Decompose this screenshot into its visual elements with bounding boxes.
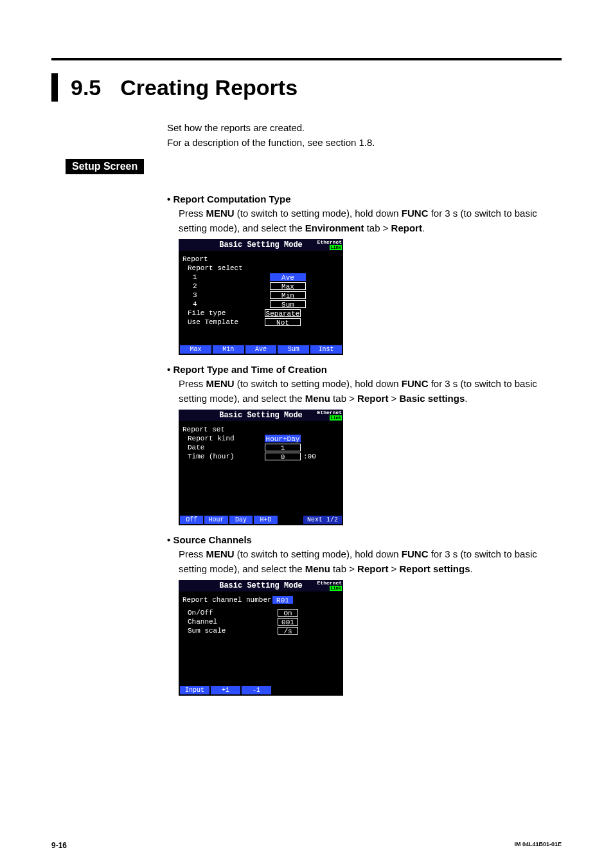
shot-title: Basic Setting Mode bbox=[219, 581, 303, 590]
spacer bbox=[272, 686, 342, 694]
t: (to switch to setting mode), hold down bbox=[235, 208, 402, 219]
t: Time (hour) bbox=[182, 453, 265, 460]
screenshot-1: Basic Setting Mode Ethernet Link Report … bbox=[179, 239, 343, 355]
item-2-instruction: Press MENU (to switch to setting mode), … bbox=[179, 377, 562, 406]
t: MENU bbox=[206, 208, 235, 219]
ethernet-indicator: Ethernet Link bbox=[317, 581, 342, 591]
field[interactable]: 001 bbox=[278, 618, 298, 626]
field[interactable]: 0 bbox=[265, 453, 301, 460]
field[interactable]: Min bbox=[270, 291, 306, 299]
shot1-footer: Max Min Ave Sum Inst bbox=[179, 344, 343, 355]
shot2-h1: Report set bbox=[182, 426, 260, 433]
t: 1 bbox=[182, 273, 270, 281]
t: MENU bbox=[206, 378, 235, 389]
t: 2 bbox=[182, 282, 270, 290]
field[interactable]: Separate bbox=[265, 309, 301, 317]
t: Link bbox=[330, 245, 342, 250]
shot1-h1: Report bbox=[182, 255, 260, 263]
t: Link bbox=[330, 586, 342, 591]
t: MENU bbox=[206, 548, 235, 559]
t: Report bbox=[357, 563, 388, 574]
screenshot-2: Basic Setting Mode Ethernet Link Report … bbox=[179, 410, 343, 525]
field[interactable]: /s bbox=[278, 627, 298, 635]
page: 9.5 Creating Reports Set how the reports… bbox=[0, 0, 613, 868]
item-1-instruction: Press MENU (to switch to setting mode), … bbox=[179, 206, 562, 235]
softkey[interactable]: Off bbox=[180, 516, 203, 524]
softkey[interactable]: Input bbox=[180, 686, 209, 694]
softkey[interactable]: Max bbox=[180, 345, 211, 354]
t: Menu bbox=[305, 393, 330, 404]
intro-line-1: Set how the reports are created. bbox=[167, 121, 562, 136]
doc-id: IM 04L41B01-01E bbox=[514, 841, 562, 850]
t: FUNC bbox=[402, 378, 429, 389]
t: Date bbox=[182, 444, 265, 451]
t: File type bbox=[182, 309, 265, 317]
t: Ethernet bbox=[317, 240, 342, 245]
shot-3-body: Report channel numberR01 On/OffOn Channe… bbox=[179, 592, 343, 674]
section-header: 9.5 Creating Reports bbox=[51, 73, 562, 102]
field[interactable]: On bbox=[278, 609, 298, 617]
t: Basic settings bbox=[400, 393, 465, 404]
softkey[interactable]: H+D bbox=[254, 516, 277, 524]
t: Environment bbox=[305, 222, 364, 233]
field[interactable]: Max bbox=[270, 282, 306, 290]
t: . bbox=[465, 393, 467, 404]
t: Link bbox=[330, 415, 342, 420]
t: Report bbox=[391, 222, 422, 233]
t: Report bbox=[357, 393, 388, 404]
softkey[interactable]: -1 bbox=[242, 686, 271, 694]
softkey[interactable]: +1 bbox=[211, 686, 240, 694]
field-selected[interactable]: R01 bbox=[272, 596, 293, 604]
shot-title: Basic Setting Mode bbox=[219, 240, 303, 249]
t: Menu bbox=[305, 563, 330, 574]
item-1-heading: Report Computation Type bbox=[167, 194, 562, 204]
item-2-heading: Report Type and Time of Creation bbox=[167, 364, 562, 375]
t: 4 bbox=[182, 300, 270, 308]
t: :00 bbox=[303, 453, 316, 460]
softkey[interactable]: Hour bbox=[204, 516, 227, 524]
page-footer: 9-16 IM 04L41B01-01E bbox=[51, 841, 562, 850]
t: Press bbox=[179, 548, 206, 559]
softkey[interactable]: Min bbox=[213, 345, 244, 354]
t: tab > bbox=[330, 563, 357, 574]
shot-1-titlebar: Basic Setting Mode Ethernet Link bbox=[179, 239, 343, 251]
item-1: Report Computation Type Press MENU (to s… bbox=[167, 194, 562, 696]
field-selected[interactable]: Hour+Day bbox=[265, 435, 301, 442]
item-3-instruction: Press MENU (to switch to setting mode), … bbox=[179, 547, 562, 576]
softkey[interactable]: Sum bbox=[278, 345, 309, 354]
section-title: Creating Reports bbox=[120, 73, 298, 102]
t: tab > bbox=[364, 222, 391, 233]
t: > bbox=[388, 393, 399, 404]
shot1-h2: Report select bbox=[182, 264, 265, 272]
t: Press bbox=[179, 378, 206, 389]
shot3-footer: Input +1 -1 bbox=[179, 685, 343, 696]
t: FUNC bbox=[402, 208, 429, 219]
t: . bbox=[470, 563, 473, 574]
t: (to switch to setting mode), hold down bbox=[235, 548, 402, 559]
shot-2-body: Report set Report kindHour+Day Date1 Tim… bbox=[179, 421, 343, 500]
shot2-footer: Off Hour Day H+D Next 1/2 bbox=[179, 514, 343, 525]
field-selected[interactable]: Ave bbox=[270, 273, 306, 281]
t: Press bbox=[179, 208, 206, 219]
t: (to switch to setting mode), hold down bbox=[235, 378, 402, 389]
top-rule bbox=[51, 58, 562, 60]
ethernet-indicator: Ethernet Link bbox=[317, 240, 342, 250]
softkey[interactable]: Day bbox=[229, 516, 253, 524]
field[interactable]: Not bbox=[265, 318, 301, 326]
softkey-next[interactable]: Next 1/2 bbox=[303, 516, 342, 524]
t: Ethernet bbox=[317, 410, 342, 415]
softkey[interactable]: Inst bbox=[310, 345, 342, 354]
t: 3 bbox=[182, 291, 270, 299]
t: FUNC bbox=[402, 548, 429, 559]
field[interactable]: Sum bbox=[270, 300, 306, 308]
shot-2-titlebar: Basic Setting Mode Ethernet Link bbox=[179, 410, 343, 421]
t: On/Off bbox=[182, 609, 278, 617]
shot-title: Basic Setting Mode bbox=[219, 411, 303, 420]
field[interactable]: 1 bbox=[265, 444, 301, 451]
t: Report kind bbox=[182, 435, 265, 442]
intro-text: Set how the reports are created. For a d… bbox=[167, 121, 562, 150]
t: Ethernet bbox=[317, 581, 342, 586]
softkey[interactable]: Ave bbox=[245, 345, 277, 354]
screenshot-3: Basic Setting Mode Ethernet Link Report … bbox=[179, 580, 343, 696]
spacer bbox=[279, 516, 302, 524]
